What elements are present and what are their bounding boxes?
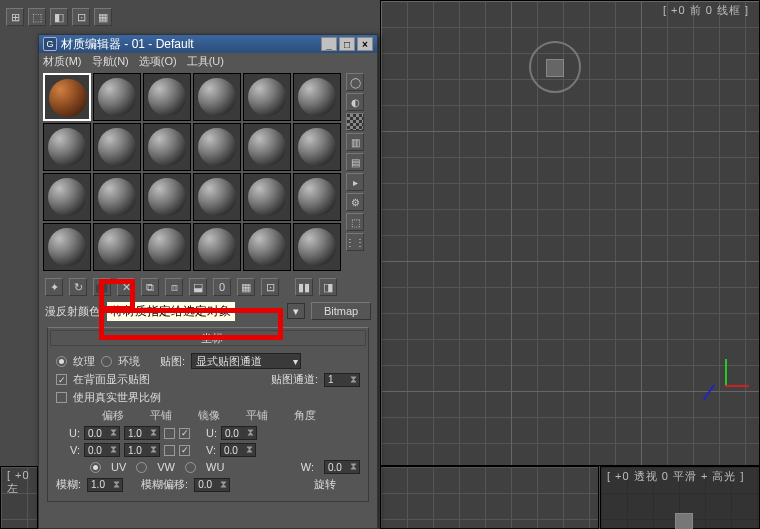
u-tile-check[interactable] (179, 428, 190, 439)
menu-navigate[interactable]: 导航(N) (92, 54, 129, 69)
radio-environ[interactable] (101, 356, 112, 367)
material-slot[interactable] (293, 123, 341, 171)
material-slot[interactable] (43, 123, 91, 171)
v-tile-check[interactable] (179, 445, 190, 456)
material-slot[interactable] (243, 123, 291, 171)
select-by-material-icon[interactable]: ⬚ (346, 213, 364, 231)
rollout-header[interactable]: -坐标 (50, 330, 366, 346)
material-slot[interactable] (93, 173, 141, 221)
u-angle-spinner[interactable]: 0.0 (221, 426, 257, 440)
material-slot[interactable] (193, 173, 241, 221)
material-slot[interactable] (193, 73, 241, 121)
minimize-button[interactable]: _ (321, 37, 337, 51)
maximize-button[interactable]: □ (339, 37, 355, 51)
w-angle-spinner[interactable]: 0.0 (324, 460, 360, 474)
material-id-icon[interactable]: 0 (213, 278, 231, 296)
viewport-grid (381, 467, 598, 528)
material-slot-1[interactable] (43, 73, 91, 121)
material-slot[interactable] (293, 73, 341, 121)
sample-uv-icon[interactable]: ▥ (346, 133, 364, 151)
mapping-combo[interactable]: 显式贴图通道 (191, 353, 301, 369)
toolbar-btn[interactable]: ▦ (94, 8, 112, 26)
material-sphere (298, 128, 336, 166)
material-sphere (248, 228, 286, 266)
check-real-world[interactable] (56, 392, 67, 403)
material-slot[interactable] (193, 123, 241, 171)
material-slot[interactable] (143, 223, 191, 271)
get-material-icon[interactable]: ✦ (45, 278, 63, 296)
material-sphere (48, 178, 86, 216)
u-tile-spinner[interactable]: 1.0 (124, 426, 160, 440)
toolbar-btn[interactable]: ⊞ (6, 8, 24, 26)
titlebar[interactable]: G 材质编辑器 - 01 - Default _ □ × (39, 35, 377, 53)
name-dropdown-icon[interactable]: ▾ (287, 303, 305, 319)
assign-to-selection-icon[interactable]: ⬛ (93, 278, 111, 296)
background-checker-icon[interactable] (346, 113, 364, 131)
video-check-icon[interactable]: ▤ (346, 153, 364, 171)
blur-offset-spinner[interactable]: 0.0 (194, 478, 230, 492)
material-slot[interactable] (243, 223, 291, 271)
menubar: 材质(M) 导航(N) 选项(O) 工具(U) (39, 53, 377, 69)
radio-texture[interactable] (56, 356, 67, 367)
material-sphere (48, 128, 86, 166)
show-map-viewport-icon[interactable]: ▦ (237, 278, 255, 296)
material-sphere (298, 228, 336, 266)
menu-tools[interactable]: 工具(U) (187, 54, 224, 69)
material-slot[interactable] (243, 173, 291, 221)
material-slot[interactable] (293, 223, 341, 271)
axis-gizmo (703, 359, 749, 405)
material-slot[interactable] (193, 223, 241, 271)
material-slot[interactable] (43, 173, 91, 221)
menu-material[interactable]: 材质(M) (43, 54, 82, 69)
toolbar-btn[interactable]: ◧ (50, 8, 68, 26)
rotate-button[interactable]: 旋转 (314, 477, 360, 492)
material-slot[interactable] (93, 73, 141, 121)
u-mirror-check[interactable] (164, 428, 175, 439)
material-slot[interactable] (243, 73, 291, 121)
toolbar-btn[interactable]: ⊡ (72, 8, 90, 26)
material-slot[interactable] (293, 173, 341, 221)
blur-spinner[interactable]: 1.0 (87, 478, 123, 492)
show-end-result-icon[interactable]: ⊡ (261, 278, 279, 296)
viewport-bottom-right[interactable]: [ +0 透视 0 平滑 + 高光 ] (600, 466, 760, 529)
v-angle-spinner[interactable]: 0.0 (220, 443, 256, 457)
check-show-back[interactable] (56, 374, 67, 385)
put-to-library-icon[interactable]: ⬓ (189, 278, 207, 296)
reset-map-icon[interactable]: ✕ (117, 278, 135, 296)
backlight-icon[interactable]: ◐ (346, 93, 364, 111)
radio-vw[interactable] (136, 462, 147, 473)
radio-texture-label: 纹理 (73, 354, 95, 369)
map-channel-spinner[interactable]: 1 (324, 373, 360, 387)
options-icon[interactable]: ⚙ (346, 193, 364, 211)
material-slot[interactable] (143, 73, 191, 121)
make-unique-icon[interactable]: ⧈ (165, 278, 183, 296)
go-forward-icon[interactable]: ◨ (319, 278, 337, 296)
material-slot[interactable] (143, 173, 191, 221)
go-to-parent-icon[interactable]: ▮▮ (295, 278, 313, 296)
radio-uv[interactable] (90, 462, 101, 473)
material-slot[interactable] (143, 123, 191, 171)
put-to-scene-icon[interactable]: ↻ (69, 278, 87, 296)
u-offset-spinner[interactable]: 0.0 (84, 426, 120, 440)
make-copy-icon[interactable]: ⧉ (141, 278, 159, 296)
radio-wu[interactable] (185, 462, 196, 473)
material-slot[interactable] (93, 223, 141, 271)
material-slot[interactable] (93, 123, 141, 171)
close-button[interactable]: × (357, 37, 373, 51)
sample-type-icon[interactable]: ◯ (346, 73, 364, 91)
material-sphere (248, 78, 286, 116)
toolbar-btn[interactable]: ⬚ (28, 8, 46, 26)
v-tile-spinner[interactable]: 1.0 (124, 443, 160, 457)
material-slot[interactable] (43, 223, 91, 271)
menu-options[interactable]: 选项(O) (139, 54, 177, 69)
viewport-top-right[interactable]: [ +0 前 0 线框 ] (380, 0, 760, 466)
viewport-object (675, 513, 693, 529)
type-button[interactable]: Bitmap (311, 302, 371, 320)
v-offset-spinner[interactable]: 0.0 (84, 443, 120, 457)
viewport-bottom-mid[interactable] (380, 466, 599, 529)
material-map-nav-icon[interactable]: ⋮⋮ (346, 233, 364, 251)
v-mirror-check[interactable] (164, 445, 175, 456)
make-preview-icon[interactable]: ▸ (346, 173, 364, 191)
viewport-bottom-left[interactable]: [ +0 左 (0, 466, 38, 529)
material-sphere (98, 228, 136, 266)
